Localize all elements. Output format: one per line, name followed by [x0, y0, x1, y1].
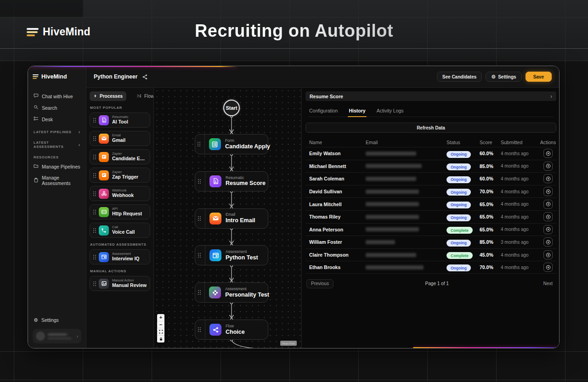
row-action-button[interactable] [543, 263, 553, 272]
candidate-score: 60.0% [480, 176, 501, 181]
sidebar-item-search[interactable]: Search [33, 102, 81, 113]
row-action-button[interactable] [543, 200, 553, 209]
sidebar-section-latest-pipelines[interactable]: LATEST PIPELINES› [33, 125, 81, 136]
start-node[interactable]: Start [223, 100, 240, 116]
see-candidates-button[interactable]: See Candidates [437, 72, 482, 82]
background-grid-line [0, 380, 588, 380]
row-action-button[interactable] [543, 162, 553, 171]
actions-cell [540, 225, 556, 234]
previous-page-button[interactable]: Previous [306, 279, 334, 288]
start-node-label: Start [226, 105, 237, 111]
palette-item-category: Zapier [112, 152, 147, 156]
table-row[interactable]: Emily WatsonOngoing60.0%4 months ago [305, 147, 556, 160]
sidebar-item-chat-with-hive[interactable]: Chat with Hive [33, 91, 81, 101]
table-row[interactable]: David SullivanOngoing70.0%4 months ago [305, 185, 556, 198]
row-action-button[interactable] [543, 237, 553, 247]
row-action-button[interactable] [543, 187, 553, 196]
fit-view-icon[interactable] [157, 328, 164, 336]
row-action-button[interactable] [543, 250, 553, 259]
sidebar-item-desk[interactable]: Desk [33, 114, 81, 124]
flow-node-candidate-apply[interactable]: FormCandidate Apply [195, 134, 268, 154]
table-row[interactable]: Anna PetersonComplete65.0%4 months ago [305, 223, 556, 236]
row-action-button[interactable] [543, 212, 553, 221]
actions-cell [540, 263, 556, 272]
row-action-button[interactable] [543, 149, 553, 158]
zoom-out-icon[interactable]: − [157, 321, 164, 329]
sidebar-item-manage-assessments[interactable]: Manage Assessments [33, 173, 81, 188]
submitted-date: 4 months ago [501, 176, 540, 181]
palette-item-gmail[interactable]: EmailGmail [90, 131, 150, 146]
next-page-button[interactable]: Next [540, 279, 555, 288]
palette-tab-label: Processes [100, 94, 123, 99]
save-label: Save [533, 74, 544, 79]
save-button[interactable]: Save [526, 72, 552, 82]
flow-node-resume-score[interactable]: ResumaticResume Score [195, 171, 268, 191]
candidate-name: Michael Bennett [309, 163, 366, 169]
submitted-date: 3 months ago [501, 240, 540, 245]
user-profile-card[interactable]: › [33, 329, 81, 343]
drag-handle-icon [195, 283, 205, 302]
palette-item-name: AI Tool [112, 119, 128, 125]
palette-item-webhook[interactable]: WebhookWebhook [90, 186, 150, 201]
panel-tab-activity-logs[interactable]: Activity Logs [376, 106, 405, 117]
row-action-button[interactable] [543, 174, 553, 183]
reactflow-attribution[interactable]: React Flow [280, 341, 297, 346]
table-row[interactable]: Laura MitchellOngoing65.0%4 months ago [305, 197, 556, 210]
palette-item-ai-tool[interactable]: ResumaticAI Tool [90, 112, 150, 128]
palette-tab-processes[interactable]: Processes [90, 91, 126, 101]
candidate-email-redacted [366, 240, 447, 244]
column-header-name: Name [309, 140, 366, 145]
flow-node-intro-email[interactable]: EmailIntro Email [195, 208, 268, 229]
flow-node-category: Assessment [225, 286, 268, 292]
status-badge: Ongoing [447, 202, 471, 208]
flow-node-python-test[interactable]: AssessmentPython Test [195, 245, 268, 265]
drag-handle-icon [195, 246, 205, 265]
table-row[interactable]: William FosterOngoing85.0%3 months ago [305, 236, 556, 248]
search-icon [34, 105, 39, 111]
flow-canvas[interactable]: Start FormCandidate ApplyResumaticResume… [154, 88, 301, 348]
palette-item-interview-iq[interactable]: AssessmentInterview IQ [90, 249, 150, 264]
pagination: Previous Page 1 of 1 Next [305, 279, 556, 288]
sidebar-settings-label: Settings [41, 317, 59, 323]
settings-button[interactable]: ⚙ Settings [486, 72, 521, 82]
table-header: NameEmailStatusScoreSubmittedActions [305, 137, 556, 147]
palette-item-name: Candidate Ema... [112, 156, 147, 162]
palette-item-zap-trigger[interactable]: ZapierZap Trigger [90, 168, 150, 183]
flow-node-personality-test[interactable]: AssessmentPersonality Test [195, 282, 268, 303]
palette-tab-flow[interactable]: Flow [133, 91, 154, 101]
share-icon[interactable] [142, 74, 148, 80]
refresh-data-button[interactable]: Refresh Data [305, 123, 556, 133]
flow-node-choice[interactable]: FlowChoice [195, 320, 268, 340]
zoom-in-icon[interactable]: + [157, 314, 164, 321]
candidate-score: 60.0% [480, 151, 501, 156]
email-blur [366, 190, 419, 194]
palette-item-text: WebhookWebhook [112, 188, 134, 198]
table-row[interactable]: Thomas RileyOngoing65.0%4 months ago [305, 210, 556, 223]
palette-item-http-request[interactable]: HTTPAPIHttp Request [90, 204, 150, 219]
palette-item-text: AssessmentInterview IQ [112, 252, 140, 262]
palette-item-name: Webhook [112, 192, 134, 198]
panel-header[interactable]: Resume Score › [305, 91, 556, 101]
lock-icon[interactable] [157, 336, 164, 343]
sidebar-section-latest-assessments[interactable]: LATEST ASSESSMENTS› [33, 136, 81, 151]
table-row[interactable]: Sarah ColemanOngoing60.0%4 months ago [305, 172, 556, 185]
panel-tab-history[interactable]: History [348, 106, 366, 117]
sidebar-item-manage-pipelines[interactable]: Manage Pipelines [33, 161, 81, 172]
email-blur [366, 227, 419, 231]
candidate-email-redacted [366, 253, 447, 257]
status-cell: Ongoing [447, 162, 480, 171]
table-row[interactable]: Claire ThompsonComplete45.0%4 months ago [305, 248, 556, 261]
row-action-button[interactable] [543, 225, 553, 234]
panel-tab-configuration[interactable]: Configuration [308, 106, 339, 117]
table-row[interactable]: Ethan BrooksOngoing70.0%4 months ago [305, 261, 556, 274]
status-badge: Ongoing [447, 151, 471, 158]
candidate-email-redacted [366, 215, 447, 219]
drag-handle-icon [93, 191, 96, 197]
email-blur [366, 164, 422, 168]
status-badge: Complete [447, 227, 473, 234]
table-row[interactable]: Michael BennettOngoing85.0%4 months ago [305, 160, 556, 173]
sidebar-item-settings[interactable]: ⚙ Settings [33, 315, 81, 325]
palette-item-voice-call[interactable]: CallVoice Call [90, 223, 150, 238]
palette-item-manual-review[interactable]: Manual ActionManual Review [90, 276, 150, 291]
palette-item-candidate-ema-[interactable]: ZapierCandidate Ema... [90, 149, 150, 164]
